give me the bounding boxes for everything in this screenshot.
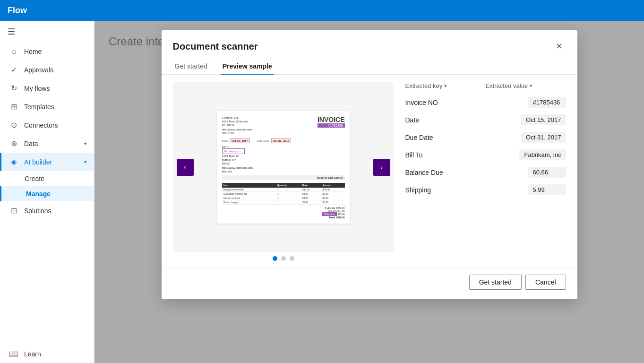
learn-icon: 📖 — [9, 349, 18, 358]
topbar: Flow — [0, 0, 644, 21]
sidebar-item-my-flows-label: My flows — [24, 85, 50, 92]
extracted-val-header: Extracted value ▾ — [486, 82, 566, 89]
data-chevron-icon: ▾ — [84, 141, 86, 146]
modal-overlay: Document scanner ✕ Get started Preview s… — [94, 21, 644, 363]
key-sort-icon: ▾ — [444, 83, 447, 88]
sidebar-item-home-label: Home — [24, 48, 42, 55]
preview-section: ‹ Contoso, Ltd. 4567 Main St Buffalo NY … — [173, 82, 394, 261]
sidebar-item-ai-builder[interactable]: ◈ AI builder ▾ — [0, 153, 94, 171]
mini-invoice: Contoso, Ltd. 4567 Main St Buffalo NY 98… — [217, 111, 350, 224]
invoice-line-items-table: Item Quantity Rate Amount Monthly servic… — [222, 183, 345, 205]
flows-icon: ↻ — [9, 84, 18, 93]
app-title: Flow — [8, 6, 27, 16]
home-icon: ⌂ — [9, 47, 18, 56]
hamburger-icon[interactable]: ☰ — [0, 21, 94, 43]
close-icon: ✕ — [556, 41, 563, 52]
sidebar-item-my-flows[interactable]: ↻ My flows — [0, 79, 94, 97]
sidebar-item-approvals-label: Approvals — [24, 66, 53, 74]
pagination-dots — [173, 252, 394, 261]
table-row: Guarantee monthly fee1$6.00$6.00 — [222, 192, 345, 196]
extracted-key-cell: Balance Due — [405, 169, 528, 176]
next-button[interactable]: › — [373, 159, 390, 176]
val-sort-icon: ▾ — [530, 83, 532, 88]
extracted-value-badge: Oct 15, 2017 — [521, 114, 566, 125]
sidebar-subitem-manage-label: Manage — [26, 190, 51, 198]
sidebar-item-connectors[interactable]: ⊙ Connectors — [0, 116, 94, 134]
document-scanner-modal: Document scanner ✕ Get started Preview s… — [162, 30, 577, 299]
extracted-data-row: Invoice NO#1785436 — [405, 97, 566, 108]
data-icon: ⊗ — [9, 139, 18, 148]
sidebar-item-home[interactable]: ⌂ Home — [0, 43, 94, 60]
extracted-rows: Invoice NO#1785436DateOct 15, 2017Due Da… — [405, 97, 566, 195]
main-content: Create intelligence Document scanner ✕ G… — [94, 21, 644, 363]
extracted-value-badge: Oct 31, 2017 — [521, 132, 566, 143]
extracted-key-cell: Invoice NO — [405, 99, 528, 106]
sidebar: ☰ ⌂ Home ✓ Approvals ↻ My flows ⊞ Templa… — [0, 21, 94, 363]
sidebar-item-approvals[interactable]: ✓ Approvals — [0, 60, 94, 79]
sidebar-item-solutions[interactable]: ⊡ Solutions — [0, 201, 94, 220]
get-started-button[interactable]: Get started — [469, 275, 522, 290]
extracted-value-badge: Fabrikam, inc — [519, 149, 566, 160]
sidebar-item-ai-builder-label: AI builder — [24, 158, 52, 166]
sidebar-item-templates[interactable]: ⊞ Templates — [0, 97, 94, 116]
cancel-button[interactable]: Cancel — [525, 275, 566, 290]
extracted-data-row: DateOct 15, 2017 — [405, 114, 566, 125]
solutions-icon: ⊡ — [9, 206, 18, 215]
extracted-key-cell: Shipping — [405, 186, 528, 194]
sidebar-item-data[interactable]: ⊗ Data ▾ — [0, 134, 94, 153]
modal-header: Document scanner ✕ — [162, 30, 577, 53]
dot-3[interactable] — [290, 256, 294, 261]
prev-icon: ‹ — [184, 164, 186, 171]
sidebar-item-learn[interactable]: 📖 Learn — [0, 345, 94, 363]
modal-body: ‹ Contoso, Ltd. 4567 Main St Buffalo NY … — [162, 75, 577, 268]
extracted-value-badge: 60,66 — [528, 167, 566, 178]
modal-footer: Get started Cancel — [162, 268, 577, 299]
extracted-value-badge: 5,99 — [528, 184, 566, 195]
extracted-value-badge: #1785436 — [528, 97, 566, 108]
sidebar-item-learn-label: Learn — [24, 350, 41, 358]
sidebar-item-templates-label: Templates — [24, 103, 54, 111]
dot-2[interactable] — [281, 256, 286, 261]
modal-title: Document scanner — [173, 41, 258, 52]
extracted-key-cell: Date — [405, 116, 522, 124]
table-row: Other charges1$5.40$5.40 — [222, 200, 345, 205]
approvals-icon: ✓ — [9, 65, 18, 74]
invoice-preview-area: ‹ Contoso, Ltd. 4567 Main St Buffalo NY … — [173, 82, 394, 252]
ai-builder-icon: ◈ — [9, 157, 18, 166]
extracted-header: Extracted key ▾ Extracted value ▾ — [405, 82, 566, 91]
sidebar-subitem-manage[interactable]: Manage — [0, 186, 94, 201]
extracted-data-panel: Extracted key ▾ Extracted value ▾ Invoic… — [405, 82, 566, 261]
table-row: Add-on services1$4.20$4.20 — [222, 196, 345, 200]
prev-button[interactable]: ‹ — [177, 159, 194, 176]
dot-1[interactable] — [273, 256, 277, 261]
sidebar-item-data-label: Data — [24, 140, 38, 147]
extracted-data-row: Due DateOct 31, 2017 — [405, 132, 566, 143]
tab-get-started[interactable]: Get started — [173, 59, 209, 75]
connectors-icon: ⊙ — [9, 121, 18, 130]
ai-builder-chevron-icon: ▾ — [84, 159, 86, 164]
sidebar-subitem-create-label: Create — [25, 175, 44, 182]
sidebar-item-connectors-label: Connectors — [24, 121, 58, 129]
sidebar-item-solutions-label: Solutions — [24, 207, 52, 215]
extracted-key-cell: Bill To — [405, 151, 520, 159]
layout: ☰ ⌂ Home ✓ Approvals ↻ My flows ⊞ Templa… — [0, 21, 644, 363]
sidebar-subitem-create[interactable]: Create — [0, 171, 94, 186]
extracted-key-cell: Due Date — [405, 134, 522, 141]
extracted-key-header: Extracted key ▾ — [405, 82, 486, 89]
next-icon: › — [380, 164, 383, 171]
extracted-data-row: Bill ToFabrikam, inc — [405, 149, 566, 160]
table-row: Monthly service fee1$40.00$40.00 — [222, 188, 345, 192]
close-button[interactable]: ✕ — [553, 40, 566, 53]
modal-tabs: Get started Preview sample — [162, 59, 577, 75]
extracted-data-row: Shipping5,99 — [405, 184, 566, 195]
tab-preview-sample[interactable]: Preview sample — [221, 59, 274, 75]
extracted-data-row: Balance Due60,66 — [405, 167, 566, 178]
templates-icon: ⊞ — [9, 102, 18, 111]
